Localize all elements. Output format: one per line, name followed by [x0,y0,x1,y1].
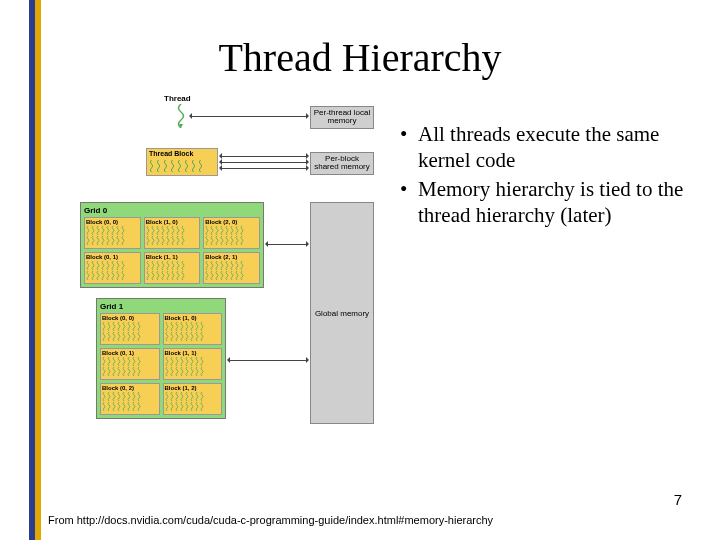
thread-squiggle-icon [163,160,168,172]
grid-block-cell: Block (1, 0) [163,313,223,345]
per-block-memory-box: Per-block shared memory [310,152,374,175]
thread-squiggle-icon [177,160,182,172]
thread-squiggle-icon [191,160,196,172]
thread-squiggle-icon [156,160,161,172]
bullet-text: All threads execute the same kernel code [418,122,700,173]
grid1-box: Grid 1 Block (0, 0) Block (1, 0) Block (… [96,298,226,419]
grid-block-cell: Block (1, 2) [163,383,223,415]
per-thread-memory-box: Per-thread local memory [310,106,374,129]
grid1-label: Grid 1 [100,302,222,311]
grid-block-cell: Block (0, 0) [100,313,160,345]
thread-squiggle-icon [176,104,186,128]
slide-title: Thread Hierarchy [0,34,720,81]
block-to-mem-arrow [220,168,308,169]
citation-text: From http://docs.nvidia.com/cuda/cuda-c-… [48,514,493,526]
bullet-item: • All threads execute the same kernel co… [400,122,700,173]
grid0-to-global-arrow [266,244,308,245]
grid-block-cell: Block (1, 0) [144,217,201,249]
slide-number: 7 [674,491,682,508]
grid-block-cell: Block (0, 2) [100,383,160,415]
global-memory-box: Global memory [310,202,374,424]
thread-squiggle-icon [149,160,154,172]
bullet-list: • All threads execute the same kernel co… [400,122,700,232]
grid-block-cell: Block (0, 1) [100,348,160,380]
thread-block-label: Thread Block [149,150,193,157]
grid0-box: Grid 0 Block (0, 0) Block (1, 0) Block (… [80,202,264,288]
bullet-item: • Memory hierarchy is tied to the thread… [400,177,700,228]
grid-block-cell: Block (2, 0) [203,217,260,249]
block-to-mem-arrow [220,156,308,157]
bullet-marker: • [400,177,418,228]
grid-block-cell: Block (0, 0) [84,217,141,249]
thread-hierarchy-diagram: Thread Per-thread local memory Thread Bl… [78,100,388,500]
grid-block-cell: Block (2, 1) [203,252,260,284]
side-accent-stripe [29,0,41,540]
thread-squiggle-icon [170,160,175,172]
grid-block-cell: Block (1, 1) [163,348,223,380]
thread-to-mem-arrow [190,116,308,117]
bullet-text: Memory hierarchy is tied to the thread h… [418,177,700,228]
thread-squiggle-icon [184,160,189,172]
thread-squiggle-icon [198,160,203,172]
grid-block-cell: Block (1, 1) [144,252,201,284]
bullet-marker: • [400,122,418,173]
grid1-to-global-arrow [228,360,308,361]
grid-block-cell: Block (0, 1) [84,252,141,284]
grid0-label: Grid 0 [84,206,260,215]
thread-label: Thread [164,94,191,103]
block-to-mem-arrow [220,162,308,163]
thread-block-box: Thread Block [146,148,218,176]
